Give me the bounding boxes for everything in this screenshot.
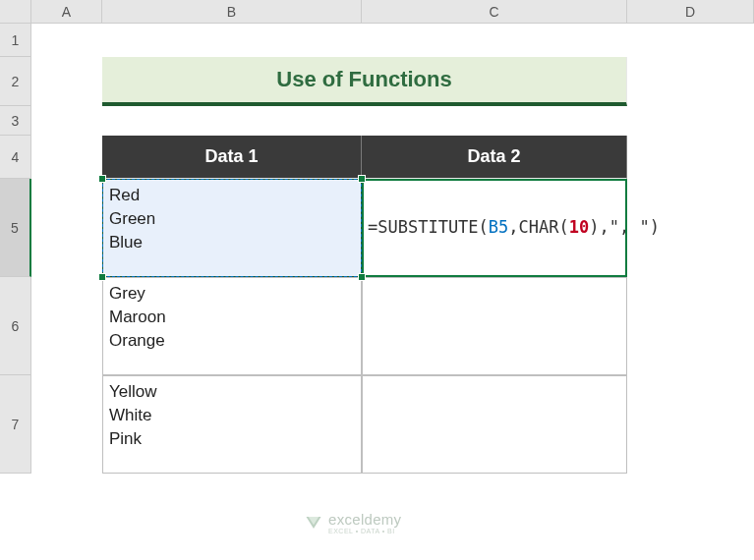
- watermark-text-block: exceldemy EXCEL • DATA • BI: [328, 511, 401, 534]
- formula-ten: 10: [569, 217, 589, 237]
- spreadsheet: A B C D 1 2 3 4 5 6 7 Use of Functions D…: [0, 0, 754, 560]
- row-header-6[interactable]: 6: [0, 277, 31, 375]
- formula-str: ", ": [609, 217, 650, 237]
- formula-mid2: ),: [589, 217, 609, 237]
- page-title: Use of Functions: [102, 57, 627, 106]
- col-header-b[interactable]: B: [102, 0, 362, 23]
- cell-c6[interactable]: [362, 277, 627, 375]
- row-header-2[interactable]: 2: [0, 57, 31, 106]
- formula-prefix: =SUBSTITUTE(: [368, 217, 489, 237]
- row-header-5[interactable]: 5: [0, 179, 31, 277]
- col-header-a[interactable]: A: [31, 0, 102, 23]
- col-header-d[interactable]: D: [627, 0, 754, 23]
- formula-suffix: ): [650, 217, 660, 237]
- row-header-7[interactable]: 7: [0, 375, 31, 474]
- table-header-data2: Data 2: [362, 136, 627, 179]
- formula-mid1: ,CHAR(: [508, 217, 568, 237]
- row-header-col: 1 2 3 4 5 6 7: [0, 24, 31, 474]
- select-all-corner[interactable]: [0, 0, 31, 24]
- cell-b7[interactable]: Yellow White Pink: [102, 375, 362, 474]
- row-header-1[interactable]: 1: [0, 24, 31, 57]
- range-handle-tl[interactable]: [98, 175, 106, 183]
- range-handle-bl[interactable]: [98, 273, 106, 281]
- row-header-4[interactable]: 4: [0, 136, 31, 179]
- cell-b5[interactable]: Red Green Blue: [102, 179, 362, 277]
- watermark-sub: EXCEL • DATA • BI: [328, 528, 401, 534]
- watermark-brand: exceldemy: [328, 511, 401, 528]
- exceldemy-logo-icon: [305, 515, 322, 531]
- range-handle-br[interactable]: [358, 273, 366, 281]
- row-header-3[interactable]: 3: [0, 106, 31, 136]
- cell-c7[interactable]: [362, 375, 627, 474]
- table-header-data1: Data 1: [102, 136, 362, 179]
- column-header-row: A B C D: [0, 0, 754, 24]
- watermark: exceldemy EXCEL • DATA • BI: [305, 511, 401, 534]
- col-header-c[interactable]: C: [362, 0, 627, 23]
- cell-c5[interactable]: =SUBSTITUTE(B5,CHAR(10),", "): [362, 179, 627, 277]
- cell-b6[interactable]: Grey Maroon Orange: [102, 277, 362, 375]
- range-handle-tr[interactable]: [358, 175, 366, 183]
- formula-display: =SUBSTITUTE(B5,CHAR(10),", "): [368, 216, 660, 240]
- formula-ref: B5: [489, 217, 508, 237]
